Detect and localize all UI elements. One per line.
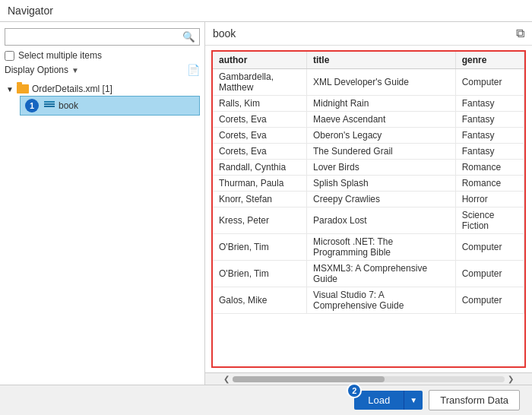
- cell-title: Creepy Crawlies: [306, 192, 455, 208]
- cell-title: Paradox Lost: [306, 208, 455, 234]
- horizontal-scrollbar[interactable]: ❮ ❯: [205, 372, 532, 385]
- data-table: author title genre Gambardella, MatthewX…: [213, 52, 524, 314]
- cell-author: Randall, Cynthia: [213, 160, 306, 176]
- table-body: Gambardella, MatthewXML Developer's Guid…: [213, 69, 524, 314]
- load-dropdown-arrow: ▼: [410, 396, 417, 404]
- table-row[interactable]: O'Brien, TimMSXML3: A Comprehensive Guid…: [213, 261, 524, 287]
- cell-author: Galos, Mike: [213, 287, 306, 314]
- search-input[interactable]: [5, 30, 179, 45]
- cell-author: Gambardella, Matthew: [213, 69, 306, 96]
- table-row[interactable]: Corets, EvaThe Sundered GrailFantasy: [213, 144, 524, 160]
- tree-child-label: book: [59, 100, 78, 111]
- scroll-thumb[interactable]: [233, 376, 385, 382]
- expand-down-icon: ▼: [6, 85, 14, 93]
- cell-title: Oberon's Legacy: [306, 128, 455, 144]
- cell-genre: Computer: [455, 261, 524, 287]
- app-title: Navigator: [8, 5, 53, 17]
- app-title-bar: Navigator: [0, 0, 532, 22]
- cell-genre: Fantasy: [455, 144, 524, 160]
- col-header-author: author: [213, 52, 306, 69]
- cell-author: Ralls, Kim: [213, 96, 306, 112]
- cell-genre: Fantasy: [455, 112, 524, 128]
- copy-icon-button[interactable]: ⧉: [516, 27, 524, 40]
- cell-author: Knorr, Stefan: [213, 192, 306, 208]
- cell-genre: Romance: [455, 176, 524, 192]
- file-icon: 📄: [187, 64, 200, 76]
- scroll-track[interactable]: [233, 376, 505, 382]
- col-header-genre: genre: [455, 52, 524, 69]
- table-title: book: [213, 27, 236, 40]
- cell-author: Corets, Eva: [213, 128, 306, 144]
- header-row: author title genre: [213, 52, 524, 69]
- table-row[interactable]: Corets, EvaOberon's LegacyFantasy: [213, 128, 524, 144]
- tree-area: ▼ OrderDetails.xml [1] 1 book: [5, 82, 200, 379]
- cell-author: O'Brien, Tim: [213, 234, 306, 261]
- display-options-label: Display Options: [5, 65, 68, 75]
- cell-title: Lover Birds: [306, 160, 455, 176]
- load-button-group: 2 Load ▼: [354, 391, 423, 410]
- table-row[interactable]: Galos, MikeVisual Studio 7: A Comprehens…: [213, 287, 524, 314]
- table-header: author title genre: [213, 52, 524, 69]
- select-multiple-checkbox[interactable]: [5, 51, 14, 61]
- folder-icon: [17, 84, 29, 93]
- cell-author: Corets, Eva: [213, 144, 306, 160]
- scroll-right-arrow[interactable]: ❯: [505, 375, 517, 383]
- copy-icon: ⧉: [516, 27, 524, 40]
- cell-author: Corets, Eva: [213, 112, 306, 128]
- file-icon-button[interactable]: 📄: [187, 64, 200, 76]
- table-icon: [44, 101, 55, 110]
- table-row[interactable]: Randall, CynthiaLover BirdsRomance: [213, 160, 524, 176]
- cell-genre: Fantasy: [455, 128, 524, 144]
- cell-title: The Sundered Grail: [306, 144, 455, 160]
- select-multiple-row: Select multiple items: [5, 50, 200, 61]
- cell-genre: Fantasy: [455, 96, 524, 112]
- bottom-bar: 2 Load ▼ Transform Data: [0, 385, 532, 415]
- table-row[interactable]: Gambardella, MatthewXML Developer's Guid…: [213, 69, 524, 96]
- cell-genre: Science Fiction: [455, 208, 524, 234]
- cell-author: O'Brien, Tim: [213, 261, 306, 287]
- table-row[interactable]: O'Brien, TimMicrosoft .NET: The Programm…: [213, 234, 524, 261]
- right-panel: book ⧉ author title genre Gambardella, M…: [205, 22, 532, 385]
- cell-title: Microsoft .NET: The Programming Bible: [306, 234, 455, 261]
- cell-title: Maeve Ascendant: [306, 112, 455, 128]
- display-options-dropdown-arrow[interactable]: ▼: [71, 66, 79, 74]
- tree-child-container: 1 book: [20, 96, 200, 116]
- cell-title: Visual Studio 7: A Comprehensive Guide: [306, 287, 455, 314]
- cell-genre: Computer: [455, 234, 524, 261]
- cell-title: Midnight Rain: [306, 96, 455, 112]
- display-options-row: Display Options ▼ 📄: [5, 64, 200, 76]
- col-header-title: title: [306, 52, 455, 69]
- tree-child-item-book[interactable]: 1 book: [20, 96, 200, 116]
- search-icon: 🔍: [182, 31, 195, 43]
- data-table-container[interactable]: author title genre Gambardella, MatthewX…: [211, 50, 526, 368]
- cell-title: Splish Splash: [306, 176, 455, 192]
- left-panel: 🔍 Select multiple items Display Options …: [0, 22, 205, 385]
- cell-title: MSXML3: A Comprehensive Guide: [306, 261, 455, 287]
- item-badge-1: 1: [25, 99, 39, 112]
- table-row[interactable]: Kress, PeterParadox LostScience Fiction: [213, 208, 524, 234]
- right-header: book ⧉: [205, 22, 532, 46]
- cell-genre: Computer: [455, 287, 524, 314]
- cell-genre: Romance: [455, 160, 524, 176]
- table-row[interactable]: Ralls, KimMidnight RainFantasy: [213, 96, 524, 112]
- transform-data-label: Transform Data: [440, 394, 508, 406]
- table-row[interactable]: Knorr, StefanCreepy CrawliesHorror: [213, 192, 524, 208]
- cell-genre: Horror: [455, 192, 524, 208]
- scroll-left-arrow[interactable]: ❮: [220, 375, 233, 383]
- load-button-label: Load: [368, 394, 390, 406]
- select-multiple-label: Select multiple items: [18, 50, 102, 61]
- cell-author: Thurman, Paula: [213, 176, 306, 192]
- table-row[interactable]: Thurman, PaulaSplish SplashRomance: [213, 176, 524, 192]
- load-button[interactable]: Load: [354, 391, 404, 410]
- cell-title: XML Developer's Guide: [306, 69, 455, 96]
- transform-data-button[interactable]: Transform Data: [429, 390, 520, 410]
- main-layout: 🔍 Select multiple items Display Options …: [0, 22, 532, 385]
- cell-author: Kress, Peter: [213, 208, 306, 234]
- cell-genre: Computer: [455, 69, 524, 96]
- search-button[interactable]: 🔍: [179, 29, 199, 45]
- load-dropdown-button[interactable]: ▼: [404, 391, 423, 410]
- search-box[interactable]: 🔍: [5, 28, 200, 46]
- tree-root-item[interactable]: ▼ OrderDetails.xml [1]: [5, 82, 200, 96]
- table-row[interactable]: Corets, EvaMaeve AscendantFantasy: [213, 112, 524, 128]
- tree-root-label: OrderDetails.xml [1]: [32, 84, 112, 94]
